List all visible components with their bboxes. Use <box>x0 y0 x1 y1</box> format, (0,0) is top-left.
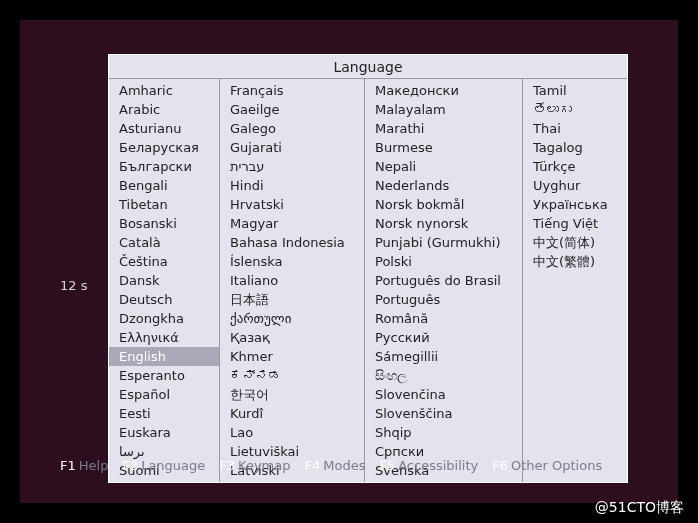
fkey-action: Help <box>79 458 109 473</box>
language-option[interactable]: English <box>109 347 219 366</box>
language-option[interactable]: Shqip <box>365 423 522 442</box>
language-option[interactable]: తెలుగు <box>523 100 627 119</box>
language-option[interactable]: 日本語 <box>220 290 364 309</box>
language-option[interactable]: Polski <box>365 252 522 271</box>
language-option[interactable]: Burmese <box>365 138 522 157</box>
language-option[interactable]: Dansk <box>109 271 219 290</box>
language-option[interactable]: Khmer <box>220 347 364 366</box>
language-option[interactable]: Deutsch <box>109 290 219 309</box>
language-option[interactable]: Български <box>109 157 219 176</box>
fkey-label: F1 <box>60 458 76 473</box>
language-option[interactable]: Dzongkha <box>109 309 219 328</box>
language-option[interactable]: Ελληνικά <box>109 328 219 347</box>
language-option[interactable]: Eesti <box>109 404 219 423</box>
language-panel: Language AmharicArabicAsturianuБеларуска… <box>108 54 628 483</box>
installer-screen: 12 s Language AmharicArabicAsturianuБела… <box>20 20 678 503</box>
language-option[interactable]: Norsk nynorsk <box>365 214 522 233</box>
footer-option[interactable]: F5Accessibility <box>379 458 478 473</box>
language-option[interactable]: Sámegillii <box>365 347 522 366</box>
fkey-action: Language <box>141 458 205 473</box>
language-option[interactable]: Amharic <box>109 81 219 100</box>
language-column: FrançaisGaeilgeGalegoGujaratiעבריתHindiH… <box>220 79 365 482</box>
language-option[interactable]: Euskara <box>109 423 219 442</box>
fkey-label: F2 <box>122 458 138 473</box>
language-option[interactable]: Kurdî <box>220 404 364 423</box>
language-option[interactable]: Беларуская <box>109 138 219 157</box>
language-option[interactable]: Malayalam <box>365 100 522 119</box>
language-option[interactable]: Português do Brasil <box>365 271 522 290</box>
language-option[interactable]: Français <box>220 81 364 100</box>
language-option[interactable]: 中文(简体) <box>523 233 627 252</box>
language-option[interactable]: עברית <box>220 157 364 176</box>
language-option[interactable]: Hindi <box>220 176 364 195</box>
language-option[interactable]: Tamil <box>523 81 627 100</box>
language-option[interactable]: Română <box>365 309 522 328</box>
language-option[interactable]: Esperanto <box>109 366 219 385</box>
footer-option[interactable]: F3Keymap <box>219 458 290 473</box>
language-option[interactable]: Íslenska <box>220 252 364 271</box>
language-option[interactable]: Slovenščina <box>365 404 522 423</box>
fkey-label: F5 <box>379 458 395 473</box>
fkey-action: Modes <box>323 458 365 473</box>
footer-bar: F1HelpF2LanguageF3KeymapF4ModesF5Accessi… <box>60 458 602 473</box>
language-option[interactable]: සිංහල <box>365 366 522 385</box>
footer-option[interactable]: F4Modes <box>305 458 366 473</box>
language-option[interactable]: Galego <box>220 119 364 138</box>
language-option[interactable]: Italiano <box>220 271 364 290</box>
panel-title: Language <box>109 55 627 79</box>
language-option[interactable]: Lao <box>220 423 364 442</box>
language-option[interactable]: Українська <box>523 195 627 214</box>
language-option[interactable]: ಕನ್ನಡ <box>220 366 364 385</box>
language-option[interactable]: Қазақ <box>220 328 364 347</box>
language-option[interactable]: 中文(繁體) <box>523 252 627 271</box>
language-option[interactable]: Marathi <box>365 119 522 138</box>
language-option[interactable]: Español <box>109 385 219 404</box>
fkey-action: Other Options <box>511 458 602 473</box>
fkey-label: F3 <box>219 458 235 473</box>
fkey-label: F4 <box>305 458 321 473</box>
footer-option[interactable]: F1Help <box>60 458 108 473</box>
language-option[interactable]: Nepali <box>365 157 522 176</box>
fkey-action: Keymap <box>238 458 290 473</box>
fkey-label: F6 <box>492 458 508 473</box>
language-option[interactable]: Uyghur <box>523 176 627 195</box>
language-option[interactable]: Norsk bokmål <box>365 195 522 214</box>
language-option[interactable]: Gaeilge <box>220 100 364 119</box>
language-column: AmharicArabicAsturianuБеларускаяБългарск… <box>109 79 220 482</box>
language-option[interactable]: Slovenčina <box>365 385 522 404</box>
language-option[interactable]: Македонски <box>365 81 522 100</box>
language-option[interactable]: Asturianu <box>109 119 219 138</box>
language-option[interactable]: ქართული <box>220 309 364 328</box>
language-option[interactable]: Gujarati <box>220 138 364 157</box>
language-option[interactable]: 한국어 <box>220 385 364 404</box>
language-option[interactable]: Bosanski <box>109 214 219 233</box>
watermark: @51CTO博客 <box>595 499 684 517</box>
fkey-action: Accessibility <box>398 458 478 473</box>
language-option[interactable]: Tagalog <box>523 138 627 157</box>
footer-option[interactable]: F6Other Options <box>492 458 602 473</box>
language-option[interactable]: Bahasa Indonesia <box>220 233 364 252</box>
language-option[interactable]: Català <box>109 233 219 252</box>
language-option[interactable]: Thai <box>523 119 627 138</box>
footer-option[interactable]: F2Language <box>122 458 205 473</box>
language-option[interactable]: Magyar <box>220 214 364 233</box>
language-option[interactable]: Русский <box>365 328 522 347</box>
language-option[interactable]: Türkçe <box>523 157 627 176</box>
language-columns: AmharicArabicAsturianuБеларускаяБългарск… <box>109 79 627 482</box>
language-option[interactable]: Português <box>365 290 522 309</box>
language-option[interactable]: Punjabi (Gurmukhi) <box>365 233 522 252</box>
language-column: МакедонскиMalayalamMarathiBurmeseNepaliN… <box>365 79 523 482</box>
countdown-timer: 12 s <box>60 278 87 293</box>
language-option[interactable]: Tibetan <box>109 195 219 214</box>
language-option[interactable]: Hrvatski <box>220 195 364 214</box>
language-column: TamilతెలుగుThaiTagalogTürkçeUyghurУкраїн… <box>523 79 627 482</box>
language-option[interactable]: Nederlands <box>365 176 522 195</box>
language-option[interactable]: Bengali <box>109 176 219 195</box>
language-option[interactable]: Čeština <box>109 252 219 271</box>
language-option[interactable]: Arabic <box>109 100 219 119</box>
language-option[interactable]: Tiếng Việt <box>523 214 627 233</box>
